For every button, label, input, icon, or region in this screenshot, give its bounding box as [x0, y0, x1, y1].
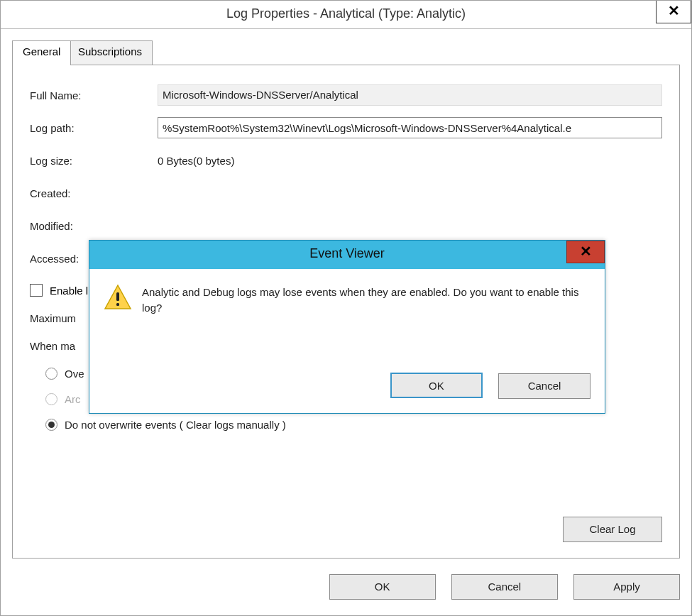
- radio-archive-label: Arc: [65, 393, 81, 405]
- full-name-label: Full Name:: [30, 89, 158, 101]
- when-max-label: When ma: [30, 340, 75, 352]
- dialog-ok-label: OK: [429, 380, 444, 392]
- svg-rect-1: [116, 292, 119, 301]
- dialog-cancel-button[interactable]: Cancel: [498, 373, 591, 399]
- full-name-row: Full Name: Microsoft-Windows-DNSServer/A…: [30, 82, 662, 108]
- modified-row: Modified:: [30, 213, 662, 238]
- dialog-close-button[interactable]: ✕: [566, 241, 605, 263]
- tab-general[interactable]: General: [12, 40, 71, 65]
- created-row: Created:: [30, 180, 662, 206]
- cancel-button[interactable]: Cancel: [451, 574, 558, 600]
- log-size-label: Log size:: [30, 155, 158, 167]
- clear-log-wrap: Clear Log: [563, 517, 662, 542]
- log-properties-window: Log Properties - Analytical (Type: Analy…: [0, 0, 692, 616]
- bottom-button-bar: OK Cancel Apply: [12, 574, 680, 600]
- apply-button[interactable]: Apply: [573, 574, 680, 600]
- close-icon: ✕: [668, 3, 680, 18]
- tab-subscriptions[interactable]: Subscriptions: [67, 40, 153, 65]
- log-size-row: Log size: 0 Bytes(0 bytes): [30, 148, 662, 173]
- clear-log-button[interactable]: Clear Log: [563, 517, 662, 542]
- tab-strip: General Subscriptions: [12, 40, 680, 65]
- window-title: Log Properties - Analytical (Type: Analy…: [226, 6, 466, 21]
- warning-icon: [104, 283, 132, 312]
- radio-no-overwrite-label: Do not overwrite events ( Clear logs man…: [65, 419, 286, 431]
- log-path-label: Log path:: [30, 122, 158, 134]
- titlebar: Log Properties - Analytical (Type: Analy…: [1, 1, 691, 29]
- ok-button-label: OK: [375, 581, 390, 593]
- created-label: Created:: [30, 187, 158, 199]
- window-close-button[interactable]: ✕: [656, 1, 691, 23]
- cancel-button-label: Cancel: [488, 581, 521, 593]
- dialog-titlebar: Event Viewer ✕: [89, 241, 605, 269]
- svg-rect-2: [116, 303, 119, 306]
- max-size-label: Maximum: [30, 312, 76, 324]
- close-icon: ✕: [580, 243, 592, 259]
- apply-button-label: Apply: [613, 581, 640, 593]
- enable-logging-label: Enable l: [50, 285, 88, 297]
- log-path-row: Log path:: [30, 115, 662, 141]
- modified-label: Modified:: [30, 220, 158, 232]
- dialog-button-row: OK Cancel: [378, 373, 591, 399]
- radio-archive[interactable]: [45, 393, 57, 405]
- tab-general-label: General: [23, 45, 60, 57]
- enable-logging-checkbox[interactable]: [30, 284, 43, 297]
- radio-overwrite-label: Ove: [65, 368, 84, 380]
- dialog-title: Event Viewer: [309, 246, 385, 261]
- radio-no-overwrite-row: Do not overwrite events ( Clear logs man…: [45, 412, 662, 437]
- event-viewer-dialog: Event Viewer ✕ Analytic and Debug logs m…: [89, 240, 605, 414]
- dialog-message: Analytic and Debug logs may lose events …: [142, 283, 591, 316]
- log-size-value: 0 Bytes(0 bytes): [158, 155, 662, 167]
- tab-subscriptions-label: Subscriptions: [78, 45, 142, 57]
- radio-overwrite[interactable]: [45, 368, 57, 380]
- full-name-value: Microsoft-Windows-DNSServer/Analytical: [158, 84, 662, 106]
- radio-no-overwrite[interactable]: [45, 419, 57, 431]
- dialog-ok-button[interactable]: OK: [390, 373, 483, 398]
- ok-button[interactable]: OK: [329, 574, 436, 600]
- log-path-input[interactable]: [158, 117, 662, 138]
- dialog-cancel-label: Cancel: [528, 380, 561, 392]
- dialog-body: Analytic and Debug logs may lose events …: [89, 269, 605, 316]
- clear-log-label: Clear Log: [589, 523, 635, 535]
